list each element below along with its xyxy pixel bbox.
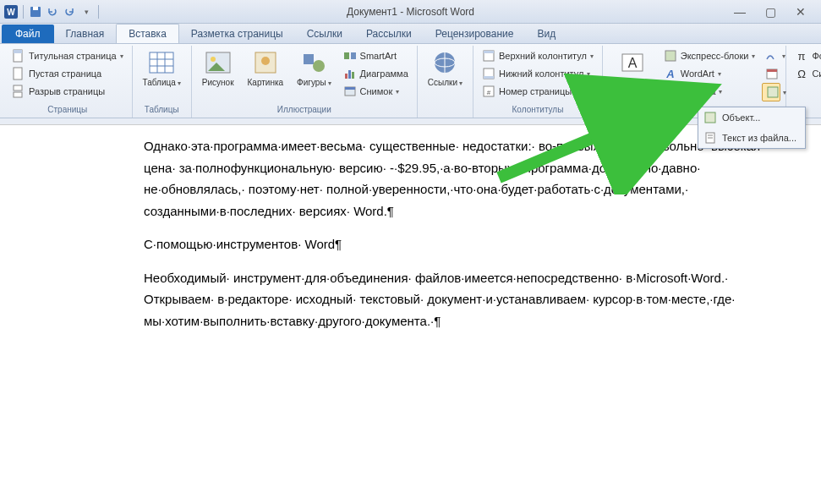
svg-rect-8 [14, 92, 22, 97]
textbox-button[interactable]: AНадпись [608, 47, 657, 90]
cover-page-button[interactable]: Титульная страница [8, 47, 127, 64]
svg-text:Ω: Ω [798, 68, 807, 80]
footer-icon [482, 67, 495, 80]
svg-rect-18 [304, 54, 314, 64]
clipart-button[interactable]: Картинка [243, 47, 289, 89]
label: Символ [812, 68, 821, 79]
customize-qat-icon[interactable]: ▾ [79, 4, 94, 19]
symbol-icon: Ω [795, 67, 808, 80]
svg-rect-7 [14, 85, 22, 90]
save-icon[interactable] [28, 4, 43, 19]
document-area: Однако·эта·программа·имеет·весьма· сущес… [0, 118, 821, 504]
dropcap-button[interactable]: AБуквица [660, 83, 759, 100]
label: Разрыв страницы [29, 86, 105, 96]
table-icon [148, 49, 175, 76]
group-pages: Титульная страница Пустая страница Разры… [3, 46, 133, 118]
symbol-button[interactable]: ΩСимвол [791, 65, 821, 82]
label: Объект... [722, 112, 760, 123]
page-number-button[interactable]: #Номер страницы [479, 83, 597, 100]
svg-rect-20 [344, 52, 349, 59]
tab-review[interactable]: Рецензирование [424, 25, 526, 43]
label: Текст из файла... [722, 133, 796, 143]
tab-page-layout[interactable]: Разметка страницы [179, 25, 295, 43]
label: Картинка [248, 78, 284, 87]
datetime-icon [765, 67, 779, 80]
links-button[interactable]: Ссылки [423, 47, 468, 90]
label: Надпись [613, 78, 652, 88]
page-number-icon: # [482, 85, 495, 98]
chart-icon [343, 67, 357, 80]
undo-icon[interactable] [45, 4, 60, 19]
tab-home[interactable]: Главная [54, 25, 117, 43]
word-icon[interactable]: W [3, 4, 19, 19]
label: Фигуры [297, 78, 331, 88]
object-button[interactable]: ▾ [762, 83, 780, 101]
label: Номер страницы [499, 86, 572, 96]
picture-button[interactable]: Рисунок [197, 47, 239, 89]
svg-rect-48 [705, 112, 715, 123]
svg-rect-22 [345, 74, 348, 79]
equation-button[interactable]: πФормула [791, 47, 821, 64]
object-icon [703, 111, 717, 124]
svg-point-19 [313, 60, 325, 72]
separator [98, 5, 99, 19]
signature-button[interactable]: ▾ [762, 47, 780, 64]
svg-rect-9 [150, 52, 173, 73]
tab-mailings[interactable]: Рассылки [354, 25, 424, 43]
tab-references[interactable]: Ссылки [295, 25, 354, 43]
group-links: Ссылки [418, 46, 473, 118]
svg-rect-44 [767, 69, 777, 72]
dropcap-icon: A [664, 85, 677, 98]
quickparts-icon [664, 49, 677, 63]
window-controls: — ▢ ✕ [730, 4, 818, 19]
redo-icon[interactable] [62, 4, 77, 19]
titlebar: W ▾ Документ1 - Microsoft Word — ▢ ✕ [0, 0, 821, 24]
shapes-button[interactable]: Фигуры [292, 47, 336, 90]
footer-button[interactable]: Нижний колонтитул [479, 65, 597, 82]
object-menu-item[interactable]: Объект... [698, 107, 805, 128]
screenshot-button[interactable]: Снимок [340, 83, 412, 100]
maximize-button[interactable]: ▢ [760, 4, 780, 19]
paragraph: Однако·эта·программа·имеет·весьма· сущес… [144, 135, 770, 222]
svg-rect-33 [484, 76, 494, 79]
shapes-icon [300, 49, 327, 76]
page-break-button[interactable]: Разрыв страницы [8, 83, 127, 100]
svg-rect-26 [345, 87, 355, 90]
tab-insert[interactable]: Вставка [116, 24, 179, 43]
text-from-file-menu-item[interactable]: Текст из файла... [698, 128, 805, 148]
tab-view[interactable]: Вид [525, 25, 567, 43]
svg-text:A: A [665, 68, 674, 80]
object-icon [766, 85, 780, 99]
group-label: Колонтитулы [479, 103, 597, 116]
header-button[interactable]: Верхний колонтитул [479, 47, 597, 64]
cover-page-icon [12, 49, 25, 63]
quick-access-toolbar: W ▾ [3, 4, 101, 19]
label: WordArt [681, 68, 714, 79]
label: Снимок [360, 86, 393, 96]
blank-page-button[interactable]: Пустая страница [8, 65, 127, 82]
svg-rect-31 [484, 51, 494, 53]
svg-text:#: # [487, 89, 491, 96]
textbox-icon: A [619, 49, 646, 76]
svg-text:W: W [7, 8, 15, 17]
file-tab[interactable]: Файл [2, 25, 54, 43]
label: Ссылки [428, 78, 462, 88]
wordart-button[interactable]: AWordArt [660, 65, 759, 82]
separator [23, 5, 24, 19]
group-illustrations: Рисунок Картинка Фигуры SmartArt Диаграм… [192, 46, 418, 118]
object-dropdown-menu: Объект... Текст из файла... [698, 107, 806, 149]
table-button[interactable]: Таблица [138, 47, 186, 90]
text-file-icon [703, 131, 717, 145]
blank-page-icon [12, 67, 25, 80]
datetime-button[interactable] [762, 65, 780, 82]
close-button[interactable]: ✕ [791, 4, 811, 19]
svg-text:π: π [798, 50, 806, 63]
smartart-button[interactable]: SmartArt [340, 47, 412, 64]
minimize-button[interactable]: — [730, 4, 750, 19]
label: SmartArt [360, 51, 397, 61]
svg-rect-5 [14, 50, 22, 53]
quickparts-button[interactable]: Экспресс-блоки [660, 47, 759, 64]
svg-rect-23 [348, 70, 351, 79]
chart-button[interactable]: Диаграмма [340, 65, 412, 82]
page-content[interactable]: Однако·эта·программа·имеет·весьма· сущес… [0, 125, 821, 360]
